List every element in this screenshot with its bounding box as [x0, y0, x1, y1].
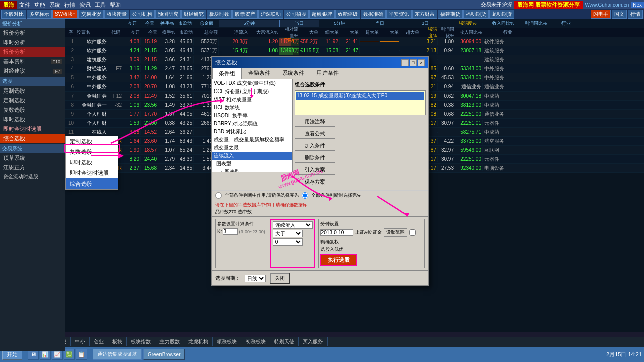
cond-vol-ratio[interactable]: 成交量、成交量最新加权金额率 [212, 136, 292, 144]
scope-period-select[interactable]: 日线 周线 月线 分钟 [245, 275, 266, 282]
sidebar-item-gann[interactable]: 江恩正方 [0, 163, 65, 172]
btn-add-cond[interactable]: 加入条件 [295, 141, 335, 151]
cond-hsqdl[interactable]: HSQDL 换手率 [212, 112, 292, 120]
sidebar-item-basic[interactable]: 基本资料 F10 [0, 57, 65, 66]
btn-gpzc[interactable]: 股票资产 [232, 10, 258, 19]
btn-cj[interactable]: 财经研究 [181, 10, 206, 19]
btn-gw[interactable]: 国文 [612, 10, 627, 19]
submenu-custom[interactable]: 定制选股 [66, 136, 118, 147]
btn-pazx[interactable]: 平安资讯 [386, 10, 412, 19]
tab-main-force[interactable]: 主力股数 [155, 337, 184, 346]
btn-save[interactable]: 保存方案 [295, 177, 335, 187]
sidebar-item-custom2[interactable]: 定制选股 [0, 96, 65, 105]
sidebar-item-report[interactable]: 报价分析 [0, 28, 65, 38]
btn-gd[interactable]: 个股对比 [1, 10, 26, 19]
btn-fjqh[interactable]: 福建期货 [438, 10, 463, 19]
date-input[interactable] [320, 229, 353, 236]
btn-fdxn[interactable]: 福动期货 [463, 10, 489, 19]
sidebar-item-realtime[interactable]: 即时分析 [0, 38, 65, 47]
btn-hq[interactable]: 行情 [628, 10, 643, 19]
menu-quote[interactable]: 行情 [62, 1, 77, 9]
btn-yc[interactable]: 预测研究 [155, 10, 181, 19]
btn-import[interactable]: 引入方案 [295, 165, 335, 175]
filter-value-select[interactable]: 0 1 2 3 [273, 238, 303, 246]
btn-sds[interactable]: 闪电手 [591, 10, 611, 19]
tab-user[interactable]: 用户条件 [310, 68, 345, 79]
dialog-minimize[interactable]: _ [401, 59, 409, 66]
tab-financial[interactable]: 金融条件 [242, 68, 276, 79]
taskbar-window-2[interactable]: GreenBrowser [143, 349, 185, 360]
checkbox-precise[interactable] [409, 229, 416, 236]
tab-sector[interactable]: 板块 [108, 337, 127, 346]
cond-vist[interactable]: VIST 相对成量量 [212, 96, 292, 104]
tab-initial[interactable]: 初涨板块 [242, 337, 270, 346]
tab-zhongxiao[interactable]: 中小 [71, 337, 90, 346]
cond-ccl[interactable]: CCL 持仓量(应用于期股) [212, 87, 292, 96]
tab-conditions[interactable]: 条件组 [212, 68, 242, 79]
btn-usage[interactable]: 用法注释 [295, 117, 335, 127]
dialog-maximize[interactable]: □ [410, 59, 417, 66]
submenu-multi[interactable]: 复数选股 [66, 147, 118, 157]
btn-ldql[interactable]: 龙动期货 [489, 10, 514, 19]
btn-hsld[interactable]: 沪深联动 [258, 10, 283, 19]
tab-chuangye[interactable]: 创业 [90, 337, 108, 346]
btn-sj[interactable]: 数据准确 [361, 10, 386, 19]
taskbar-icon-4[interactable]: 💹 [64, 349, 75, 360]
submenu-jida[interactable]: 即时金达时选股 [66, 168, 118, 178]
btn-close-dialog[interactable]: 关闭 [270, 273, 290, 284]
menu-sys[interactable]: 系统 [47, 1, 62, 9]
submenu-realtime[interactable]: 即时选股 [66, 157, 118, 168]
btn-bks[interactable]: 板块时数 [207, 10, 232, 19]
sidebar-item-jida[interactable]: 即时金达时选股 [0, 124, 65, 134]
menu-file[interactable]: 文件 [17, 1, 32, 9]
btn-sw[interactable]: SW板块↑ [52, 10, 78, 19]
cond-dbrry[interactable]: DBRRY 对比强弱值 [212, 120, 292, 128]
cond-hcl[interactable]: HCL 数学统 [212, 104, 292, 112]
tab-buyin[interactable]: 买入服务 [299, 337, 328, 346]
cond-dbd[interactable]: DBD 对比累比 [212, 128, 292, 136]
tab-dragon[interactable]: 龙虎机构 [184, 337, 213, 346]
cond-vol[interactable]: VOL-TDX 成交量(量中过低) [212, 79, 292, 87]
btn-gs[interactable]: 公司机构 [130, 10, 155, 19]
btn-dk[interactable]: 多空标示 [27, 10, 52, 19]
cond-vol-max[interactable]: 成交量之最 [212, 144, 292, 152]
sidebar-item-finance[interactable]: 财经建议 F7 [0, 66, 65, 76]
sidebar-item-realtime-stock[interactable]: 即时选股 [0, 115, 65, 124]
sidebar-item-capital[interactable]: 资金流动时选股 [0, 172, 65, 182]
btn-execute[interactable]: 执行选股 [320, 254, 357, 266]
sidebar-item-trade1[interactable]: 顶草系统 [0, 153, 65, 163]
btn-gszg[interactable]: 公司招股 [284, 10, 309, 19]
tab-special[interactable]: 特别天使 [270, 337, 299, 346]
selected-cond-item[interactable]: 13-02-15 成交量最新(3):连续流入大于P0 [296, 92, 424, 100]
btn-dfcf[interactable]: 东方财富 [412, 10, 437, 19]
menu-func[interactable]: 功能 [32, 1, 47, 9]
filter-type-select[interactable]: 连续流入 连续流出 净流入 [273, 221, 313, 229]
sidebar-item-quote[interactable]: 报价分析 [0, 47, 65, 57]
btn-set-range[interactable]: 设取范围 [384, 228, 407, 237]
tab-system[interactable]: 系统条件 [276, 68, 310, 79]
radio-current[interactable] [302, 192, 308, 199]
cond-chart-sub[interactable]: → 图表型 [212, 168, 292, 172]
sidebar-item-custom1[interactable]: 定制选股 [0, 86, 65, 96]
cond-continuous[interactable]: 连续流入 [212, 152, 292, 160]
menu-info[interactable]: 资讯 [77, 1, 93, 9]
tab-sector-idx[interactable]: 板块指数 [127, 337, 155, 346]
tab-rising[interactable]: 领涨板块 [213, 337, 242, 346]
btn-xn[interactable]: 效能评级 [335, 10, 360, 19]
btn-cejp[interactable]: 超额银牌 [309, 10, 335, 19]
submenu-combo[interactable]: 综合选股 [66, 178, 118, 189]
filter-condition-select[interactable]: 大于 小于 等于 [273, 230, 303, 237]
taskbar-icon-5[interactable]: 📋 [76, 349, 87, 360]
dialog-close[interactable]: × [418, 59, 425, 66]
radio-full[interactable] [215, 192, 222, 199]
sidebar-item-multi[interactable]: 复数选股 [0, 105, 65, 115]
btn-jy[interactable]: 交易业况 [78, 10, 104, 19]
sidebar-item-combo[interactable]: 综合选股 [0, 134, 65, 143]
cond-chart[interactable]: 图表型 [212, 160, 292, 168]
btn-del-cond[interactable]: 删除条件 [295, 153, 335, 163]
k-input[interactable] [223, 228, 238, 235]
btn-formula[interactable]: 查看公式 [295, 129, 335, 139]
menu-help[interactable]: 帮助 [108, 1, 123, 9]
taskbar-window-1[interactable]: 通达信集成股证基 [93, 349, 142, 360]
menu-tools[interactable]: 工具 [93, 1, 108, 9]
